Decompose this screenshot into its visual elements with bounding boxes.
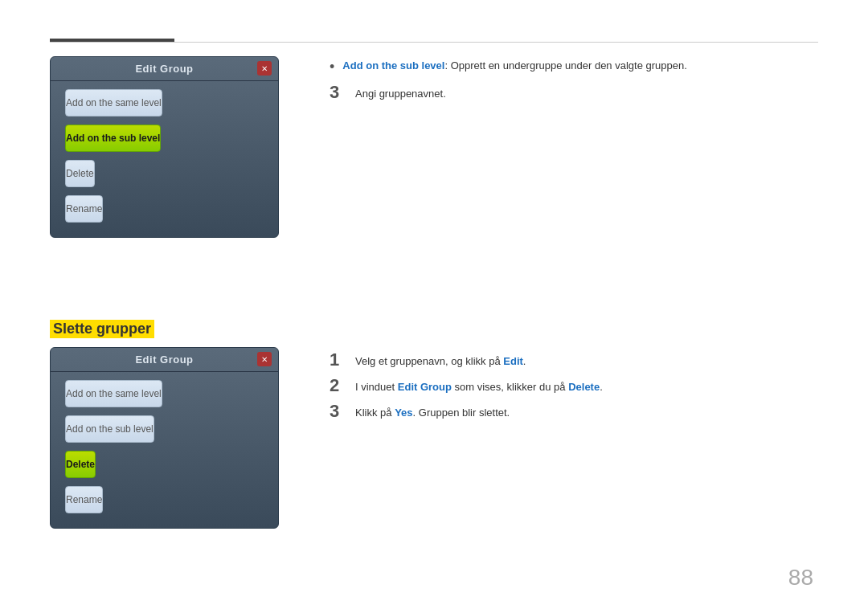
step-number-3-upper: 3 xyxy=(330,83,346,102)
bullet-description: : Opprett en undergruppe under den valgt… xyxy=(444,59,686,72)
link-edit-1: Edit xyxy=(503,355,523,367)
dialog-close-upper[interactable]: ✕ xyxy=(257,61,272,76)
page-number: 88 xyxy=(788,565,813,591)
dialog-title-lower: Edit Group xyxy=(135,353,193,366)
step-1-lower: 1 Velg et gruppenavn, og klikk på Edit. xyxy=(330,350,818,370)
link-add-sub-level: Add on the sub level xyxy=(342,59,444,72)
edit-group-dialog-lower: Edit Group ✕ Add on the same level Add o… xyxy=(50,347,279,529)
btn-delete-upper[interactable]: Delete xyxy=(65,160,95,187)
btn-rename-lower[interactable]: Rename xyxy=(65,486,103,513)
step-3-lower: 3 Klikk på Yes. Gruppen blir slettet. xyxy=(330,402,818,421)
btn-add-same-level-lower[interactable]: Add on the same level xyxy=(65,380,162,407)
upper-right-content: • Add on the sub level: Opprett en under… xyxy=(330,58,818,108)
btn-add-same-level-upper[interactable]: Add on the same level xyxy=(65,89,162,116)
btn-delete-lower[interactable]: Delete xyxy=(65,451,96,478)
lower-right-content: 1 Velg et gruppenavn, og klikk på Edit. … xyxy=(330,350,818,428)
bullet-item-sub-level: • Add on the sub level: Opprett en under… xyxy=(330,58,818,76)
btn-add-sub-level-upper[interactable]: Add on the sub level xyxy=(65,125,161,152)
bullet-dot: • xyxy=(330,59,334,76)
step-text-2-lower: I vinduet Edit Group som vises, klikker … xyxy=(355,379,603,395)
step-number-1-lower: 1 xyxy=(330,350,346,370)
top-rule xyxy=(50,42,818,43)
step-number-2-lower: 2 xyxy=(330,376,346,395)
section-title-slette-grupper: Slette grupper xyxy=(50,320,154,338)
btn-add-sub-level-lower[interactable]: Add on the sub level xyxy=(65,415,154,443)
dialog-title-upper: Edit Group xyxy=(135,63,193,75)
dialog-titlebar-upper: Edit Group ✕ xyxy=(51,57,278,81)
link-delete-2: Delete xyxy=(568,381,600,393)
step-text-3-upper: Angi gruppenavnet. xyxy=(355,86,446,102)
bullet-text: Add on the sub level: Opprett en undergr… xyxy=(342,58,687,74)
step-text-1-lower: Velg et gruppenavn, og klikk på Edit. xyxy=(355,353,526,370)
edit-group-dialog-upper: Edit Group ✕ Add on the same level Add o… xyxy=(50,56,279,238)
dialog-close-lower[interactable]: ✕ xyxy=(257,352,272,366)
btn-rename-upper[interactable]: Rename xyxy=(65,195,103,223)
step-text-3-lower: Klikk på Yes. Gruppen blir slettet. xyxy=(355,405,510,421)
link-yes-3: Yes xyxy=(395,407,412,419)
step-3-upper: 3 Angi gruppenavnet. xyxy=(330,83,818,102)
step-number-3-lower: 3 xyxy=(330,402,346,421)
link-edit-group-2: Edit Group xyxy=(398,381,452,393)
step-2-lower: 2 I vinduet Edit Group som vises, klikke… xyxy=(330,376,818,395)
dialog-titlebar-lower: Edit Group ✕ xyxy=(51,348,278,372)
